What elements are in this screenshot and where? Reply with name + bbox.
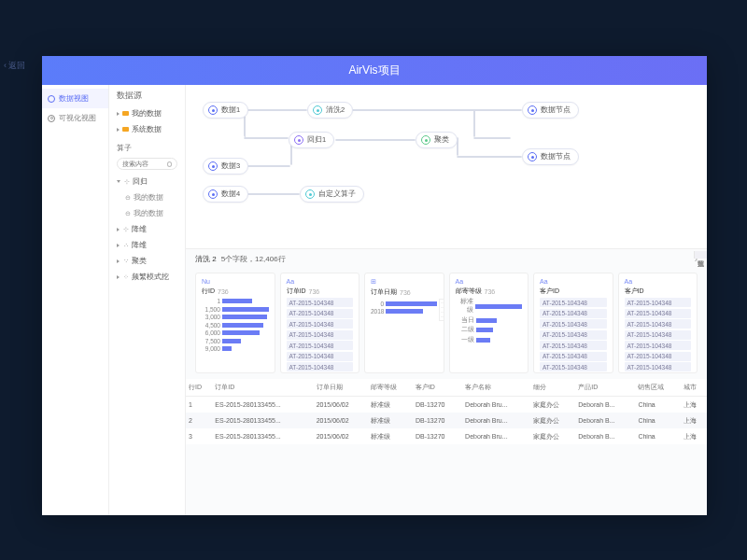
tree-subitem[interactable]: ⊖我的数据 (109, 189, 185, 205)
card-title: 客户ID (540, 287, 559, 296)
flow-node[interactable]: 数据节点 (522, 102, 579, 119)
back-link[interactable]: ‹ 返回 (0, 58, 30, 74)
preview-title: 清洗 2 (195, 254, 217, 264)
table-cell: 标准级 (368, 428, 413, 444)
table-cell: 家庭办公 (530, 413, 575, 428)
flow-node[interactable]: 数据3 (203, 158, 248, 175)
table-header[interactable]: 邮寄等级 (368, 379, 413, 397)
flow-node[interactable]: 清洗2 (307, 102, 353, 119)
table-header[interactable]: 细分 (530, 379, 575, 397)
folder-label: 我的数据 (132, 108, 162, 119)
operator-icon: ⊖ (124, 194, 131, 201)
nav-item[interactable]: 可视化视图 (42, 108, 108, 128)
flow-node[interactable]: 回归1 (289, 132, 334, 148)
folder-item[interactable]: 系统数据 (109, 121, 185, 137)
operator-icon: ∴ (122, 242, 129, 248)
table-cell: ES-2015-280133455... (212, 428, 313, 444)
table-cell: 上海 (681, 413, 707, 428)
data-table: 行ID订单ID订单日期邮寄等级客户ID客户名称细分产品ID销售区域城市 1ES-… (186, 379, 707, 444)
table-cell: 标准级 (368, 397, 413, 413)
table-header[interactable]: 客户ID (413, 379, 462, 397)
table-row[interactable]: 1ES-2015-280133455...2015/06/02标准级DB-132… (186, 397, 707, 413)
table-cell: Deborah Bru... (462, 413, 530, 428)
section-datasource: 数据源 (109, 91, 185, 105)
card-title: 邮寄等级 (456, 287, 482, 296)
table-header[interactable]: 客户名称 (462, 379, 530, 397)
table-row[interactable]: 3ES-2015-280133455...2015/06/02标准级DB-132… (186, 428, 707, 444)
preview-meta: 5个字段，12,406行 (221, 254, 286, 264)
operator-icon: ∵ (122, 258, 129, 264)
tree-item[interactable]: ⊹回归 (109, 174, 185, 189)
tree-item[interactable]: ∵聚类 (109, 253, 185, 269)
type-icon: Aa (287, 278, 295, 285)
card-count: 736 (309, 288, 320, 295)
card-title: 行ID (202, 287, 215, 296)
app-window: AirVis项目 数据视图可视化视图 数据源 我的数据系统数据 算子 ⊹回归⊖我… (42, 56, 707, 515)
folder-item[interactable]: 我的数据 (109, 105, 185, 121)
table-cell: 标准级 (368, 413, 413, 428)
flow-node[interactable]: 自定义算子 (300, 186, 364, 203)
tree-label: 降维 (132, 224, 147, 234)
table-header[interactable]: 产品ID (575, 379, 635, 397)
flow-node[interactable]: 数据4 (203, 186, 248, 203)
table-cell: DB-13270 (413, 428, 462, 444)
flow-node[interactable]: 数据1 (203, 102, 248, 119)
node-icon (208, 105, 218, 115)
flow-node[interactable]: 数据节点 (522, 148, 579, 165)
table-header[interactable]: 销售区域 (635, 379, 680, 397)
flow-node[interactable]: 聚类 (416, 132, 458, 148)
section-operators: 算子 (109, 137, 185, 156)
flow-canvas[interactable]: 数据1清洗2数据3回归1数据4自定义算子聚类数据节点数据节点 (186, 85, 707, 248)
field-card[interactable]: Aa订单ID 736AT-2015-104348AT-2015-104348AT… (280, 273, 360, 373)
table-header[interactable]: 订单日期 (314, 379, 368, 397)
table-cell: 2015/06/02 (314, 428, 368, 444)
tree-item[interactable]: ⊹降维 (109, 221, 185, 237)
type-icon: Aa (540, 278, 548, 285)
field-card[interactable]: Nu行ID 73611,5003,0004,5006,0007,5009,000 (195, 273, 275, 373)
tree-item[interactable]: ∴降维 (109, 237, 185, 253)
type-icon: Aa (625, 278, 633, 285)
table-cell: Deborah Bru... (462, 428, 530, 444)
tree-label: 频繁模式挖 (132, 272, 169, 282)
nav-label: 数据视图 (59, 93, 89, 104)
table-row[interactable]: 2ES-2015-280133455...2015/06/02标准级DB-132… (186, 413, 707, 428)
caret-icon (117, 128, 120, 132)
table-header[interactable]: 城市 (681, 379, 707, 397)
field-card[interactable]: Aa邮寄等级 736标准级当日二级一级 (449, 273, 529, 373)
field-card[interactable]: Aa客户ID AT-2015-104348AT-2015-104348AT-20… (618, 273, 698, 373)
node-icon (313, 105, 322, 115)
node-icon (305, 189, 315, 199)
node-label: 回归1 (307, 135, 326, 145)
tree-subitem[interactable]: ⊖我的数据 (109, 205, 185, 221)
card-title: 客户ID (625, 287, 644, 296)
node-icon (294, 135, 303, 145)
table-cell: Deborah B... (575, 428, 635, 444)
preview-panel: 清洗 2 5个字段，12,406行 › Nu行ID 73611,5003,000… (186, 248, 707, 515)
table-header[interactable]: 订单ID (212, 379, 313, 397)
table-header[interactable]: 行ID (186, 379, 212, 397)
table-cell: DB-13270 (413, 413, 462, 428)
table-cell: Deborah B... (575, 397, 635, 413)
table-cell: 2015/06/02 (314, 397, 368, 413)
type-icon: Nu (202, 278, 210, 285)
node-label: 清洗2 (326, 105, 345, 115)
node-icon (208, 189, 218, 199)
main-area: 数据1清洗2数据3回归1数据4自定义算子聚类数据节点数据节点 清洗 2 5个字段… (186, 85, 707, 515)
tree-item[interactable]: ⁘频繁模式挖 (109, 269, 185, 285)
table-cell: China (635, 413, 680, 428)
operator-icon: ⁘ (122, 273, 129, 280)
nav-item[interactable]: 数据视图 (42, 89, 108, 108)
table-cell: 1 (186, 397, 212, 413)
folder-label: 系统数据 (132, 124, 162, 134)
table-cell: 家庭办公 (530, 428, 575, 444)
type-icon: Aa (456, 278, 464, 285)
table-cell: ES-2015-280133455... (212, 397, 313, 413)
table-cell: 2015/06/02 (314, 413, 368, 428)
caret-icon (117, 112, 120, 116)
search-box[interactable] (117, 158, 177, 170)
field-card[interactable]: Aa客户ID AT-2015-104348AT-2015-104348AT-20… (533, 273, 613, 373)
side-tab[interactable]: 数据预览 (694, 251, 707, 259)
search-input[interactable] (122, 161, 164, 167)
table-cell: China (635, 397, 680, 413)
field-card[interactable]: ⊞订单日期 73602018············ (364, 273, 444, 373)
